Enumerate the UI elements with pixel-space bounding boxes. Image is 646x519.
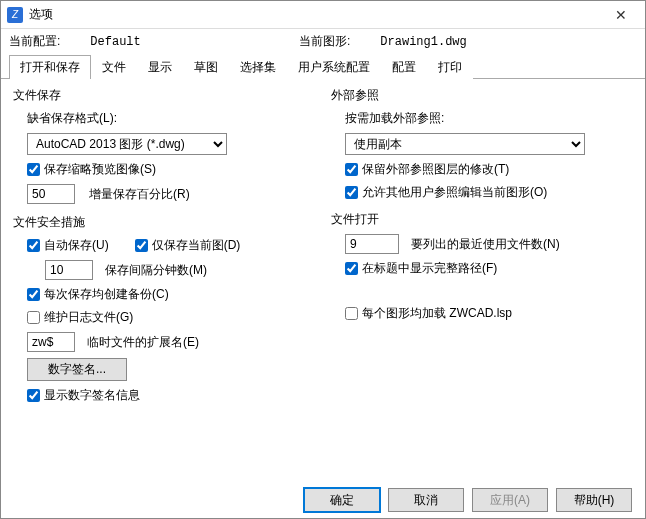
tab-file[interactable]: 文件 — [91, 55, 137, 79]
cancel-button[interactable]: 取消 — [388, 488, 464, 512]
file-save-title: 文件保存 — [13, 87, 315, 104]
retain-layer-input[interactable] — [345, 163, 358, 176]
allow-edit-input[interactable] — [345, 186, 358, 199]
titlebar: Z 选项 ✕ — [1, 1, 645, 29]
file-open-title: 文件打开 — [331, 211, 633, 228]
default-format-label: 缺省保存格式(L): — [27, 110, 315, 127]
show-sig-checkbox[interactable]: 显示数字签名信息 — [27, 387, 140, 404]
current-drawing-label: 当前图形: — [299, 33, 350, 50]
tab-draft[interactable]: 草图 — [183, 55, 229, 79]
backup-checkbox[interactable]: 每次保存均创建备份(C) — [27, 286, 169, 303]
current-profile-label: 当前配置: — [9, 33, 60, 50]
xref-load-select[interactable]: 使用副本 — [345, 133, 585, 155]
save-thumbnail-input[interactable] — [27, 163, 40, 176]
app-icon: Z — [7, 7, 23, 23]
fullpath-checkbox[interactable]: 在标题中显示完整路径(F) — [345, 260, 497, 277]
window-title: 选项 — [29, 6, 601, 23]
tab-open-save[interactable]: 打开和保存 — [9, 55, 91, 79]
temp-ext-input[interactable] — [27, 332, 75, 352]
load-lsp-checkbox[interactable]: 每个图形均加载 ZWCAD.lsp — [345, 305, 512, 322]
group-xref: 外部参照 按需加载外部参照: 使用副本 保留外部参照图层的修改(T) — [331, 87, 633, 201]
autosave-checkbox[interactable]: 自动保存(U) — [27, 237, 109, 254]
load-lsp-input[interactable] — [345, 307, 358, 320]
current-profile-value: Default — [90, 35, 140, 49]
xref-load-label: 按需加载外部参照: — [345, 110, 633, 127]
save-thumbnail-checkbox[interactable]: 保存缩略预览图像(S) — [27, 161, 156, 178]
tabs: 打开和保存 文件 显示 草图 选择集 用户系统配置 配置 打印 — [1, 54, 645, 79]
tab-selection[interactable]: 选择集 — [229, 55, 287, 79]
retain-layer-checkbox[interactable]: 保留外部参照图层的修改(T) — [345, 161, 509, 178]
interval-input[interactable] — [45, 260, 93, 280]
log-input[interactable] — [27, 311, 40, 324]
tab-profiles[interactable]: 配置 — [381, 55, 427, 79]
content-area: 文件保存 缺省保存格式(L): AutoCAD 2013 图形 (*.dwg) … — [1, 79, 645, 418]
tab-display[interactable]: 显示 — [137, 55, 183, 79]
help-button[interactable]: 帮助(H) — [556, 488, 632, 512]
backup-input[interactable] — [27, 288, 40, 301]
tab-user-pref[interactable]: 用户系统配置 — [287, 55, 381, 79]
temp-ext-label: 临时文件的扩展名(E) — [87, 334, 199, 351]
only-current-checkbox[interactable]: 仅保存当前图(D) — [135, 237, 241, 254]
allow-edit-checkbox[interactable]: 允许其他用户参照编辑当前图形(O) — [345, 184, 547, 201]
recent-files-input[interactable] — [345, 234, 399, 254]
tab-plot[interactable]: 打印 — [427, 55, 473, 79]
footer: 确定 取消 应用(A) 帮助(H) — [0, 481, 646, 519]
group-file-open: 文件打开 要列出的最近使用文件数(N) 在标题中显示完整路径(F) 每个图形均加… — [331, 211, 633, 322]
show-sig-input[interactable] — [27, 389, 40, 402]
incremental-label: 增量保存百分比(R) — [89, 186, 190, 203]
fullpath-input[interactable] — [345, 262, 358, 275]
xref-title: 外部参照 — [331, 87, 633, 104]
apply-button[interactable]: 应用(A) — [472, 488, 548, 512]
recent-files-label: 要列出的最近使用文件数(N) — [411, 236, 560, 253]
left-column: 文件保存 缺省保存格式(L): AutoCAD 2013 图形 (*.dwg) … — [13, 87, 315, 414]
digital-signature-button[interactable]: 数字签名... — [27, 358, 127, 381]
close-button[interactable]: ✕ — [601, 2, 641, 28]
right-column: 外部参照 按需加载外部参照: 使用副本 保留外部参照图层的修改(T) — [331, 87, 633, 414]
group-file-save: 文件保存 缺省保存格式(L): AutoCAD 2013 图形 (*.dwg) … — [13, 87, 315, 204]
only-current-input[interactable] — [135, 239, 148, 252]
interval-label: 保存间隔分钟数(M) — [105, 262, 207, 279]
profile-row: 当前配置: Default 当前图形: Drawing1.dwg — [1, 29, 645, 52]
ok-button[interactable]: 确定 — [304, 488, 380, 512]
incremental-input[interactable] — [27, 184, 75, 204]
current-drawing-value: Drawing1.dwg — [380, 35, 466, 49]
default-format-select[interactable]: AutoCAD 2013 图形 (*.dwg) — [27, 133, 227, 155]
safety-title: 文件安全措施 — [13, 214, 315, 231]
autosave-input[interactable] — [27, 239, 40, 252]
log-checkbox[interactable]: 维护日志文件(G) — [27, 309, 133, 326]
group-safety: 文件安全措施 自动保存(U) 仅保存当前图(D) 保存间隔分钟数(M) — [13, 214, 315, 404]
